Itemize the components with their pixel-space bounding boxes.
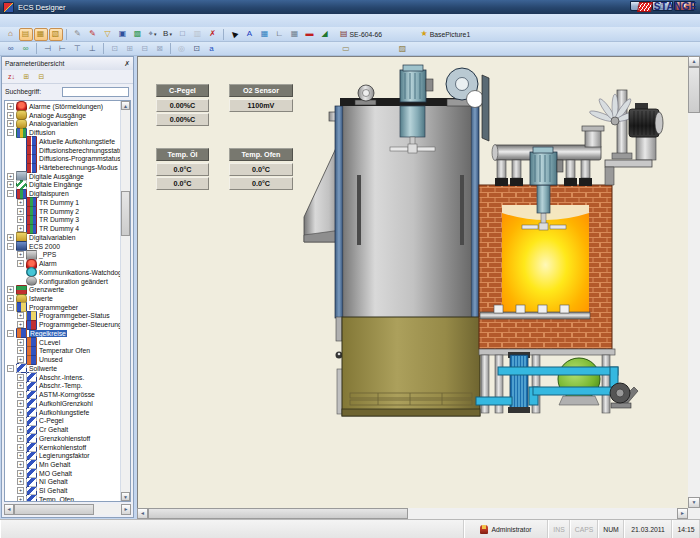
tree-item[interactable]: + Legierungsfaktor [5, 451, 130, 460]
image-icon[interactable]: ▩ ▾ [131, 28, 145, 41]
grid-icon[interactable]: ▦ ▾ [288, 28, 302, 41]
tree-item[interactable]: + Kernkohlenstoff [5, 443, 130, 452]
tree-item[interactable]: + MO Gehalt [5, 469, 130, 478]
tree-item[interactable]: + Aktuelle Aufkohlungstiefe [5, 137, 130, 146]
tree-item[interactable]: + Kommunikations-Watchdog (E [5, 268, 130, 277]
properties-icon[interactable]: □ ▾ [176, 28, 190, 41]
tree-expander-icon[interactable]: + [17, 208, 24, 215]
tree-item[interactable]: + TR Dummy 3 [5, 216, 130, 225]
tree-item[interactable]: − Programmgeber [5, 303, 130, 312]
tree-expander-icon[interactable]: + [17, 452, 24, 459]
tree-item[interactable]: − Digitalspuren [5, 189, 130, 198]
tree-expander-icon[interactable]: + [17, 216, 24, 223]
panel-header[interactable]: Parameterübersicht ✗ [2, 57, 133, 70]
tree-item[interactable]: + _PPS [5, 250, 130, 259]
sort-icon[interactable]: z↓ ▾ [5, 71, 19, 82]
scroll-thumb[interactable] [14, 504, 94, 515]
tree-item[interactable]: + Mn Gehalt [5, 460, 130, 469]
tree-expander-icon[interactable]: + [17, 470, 24, 477]
tree-expander-icon[interactable]: + [17, 339, 24, 346]
tree-expander-icon[interactable]: + [17, 496, 24, 502]
tree-item[interactable]: − Diffusion [5, 128, 130, 137]
tree-expander-icon[interactable]: + [17, 260, 24, 267]
tree-item[interactable]: + CLevel [5, 338, 130, 347]
text-tool-icon[interactable]: A ▾ [243, 28, 257, 41]
trend-picture-select[interactable]: ▤ ▾ SE-604-66 [338, 28, 384, 41]
canvas-horizontal-scrollbar[interactable]: ◄ ► [137, 508, 688, 519]
fill-color-icon[interactable]: ▽ ▾ [101, 28, 115, 41]
tree-item[interactable]: + ASTM-Korngrösse [5, 390, 130, 399]
save-icon[interactable]: ▣ ▾ [116, 28, 130, 41]
tree-item[interactable]: + Analogvariablen [5, 119, 130, 128]
search-input[interactable] [62, 87, 129, 97]
tree-expander-icon[interactable]: + [17, 374, 24, 381]
delete-icon[interactable]: ✗ ▾ [206, 28, 220, 41]
tree-expander-icon[interactable]: + [17, 444, 24, 451]
paste-icon[interactable]: ▥ ▾ [191, 28, 205, 41]
tree-item[interactable]: + Abschr.-Intens. [5, 373, 130, 382]
tree-item[interactable]: − Regelkreise [5, 329, 130, 338]
scroll-right-icon[interactable]: ► [121, 504, 131, 515]
tree-item[interactable]: − Sollwerte [5, 364, 130, 373]
scroll-up-icon[interactable]: ▲ [688, 56, 700, 67]
tree-expander-icon[interactable]: + [7, 295, 14, 302]
tree-expander-icon[interactable]: + [17, 391, 24, 398]
panel-close-icon[interactable]: ✗ [124, 60, 130, 67]
tree-expander-icon[interactable]: + [17, 347, 24, 354]
snap-grid-icon[interactable]: ⊠ ▾ [153, 42, 167, 55]
align-left-icon[interactable]: ⊣ ▾ [41, 42, 55, 55]
tree-expander-icon[interactable]: + [17, 251, 24, 258]
tree-expander-icon[interactable]: + [17, 426, 24, 433]
import-picture-icon[interactable]: ▨ ▾ [396, 42, 410, 55]
scroll-thumb[interactable] [688, 67, 700, 113]
tree-item[interactable]: + SI Gehalt [5, 486, 130, 495]
tree-expander-icon[interactable]: + [17, 225, 24, 232]
draw-icon[interactable]: ✎ ▾ [86, 28, 100, 41]
tree-item[interactable]: + TR Dummy 2 [5, 207, 130, 216]
tree-item[interactable]: + Diffusions-Programmstatus [5, 154, 130, 163]
new-frame-icon[interactable]: ▭ ▾ [339, 42, 353, 55]
picture-tree-icon[interactable]: ▦ ▾ [34, 28, 48, 41]
tree-expander-icon[interactable]: − [7, 365, 14, 372]
center-horizontal-icon[interactable]: ⊞ ▾ [123, 42, 137, 55]
base-picture-select[interactable]: ★ ▾ BasePicture1 [419, 28, 473, 41]
tree-expander-icon[interactable]: + [17, 478, 24, 485]
tree-item[interactable]: + TR Dummy 1 [5, 198, 130, 207]
ungroup-icon[interactable]: ∞ ▾ [19, 42, 33, 55]
rotate-icon[interactable]: ◎ ▾ [175, 42, 189, 55]
scroll-up-icon[interactable]: ▲ [121, 101, 130, 110]
center-vertical-icon[interactable]: ⊟ ▾ [138, 42, 152, 55]
tree-item[interactable]: + Grenzkohlenstoff [5, 434, 130, 443]
tree-expander-icon[interactable]: + [17, 487, 24, 494]
scroll-right-icon[interactable]: ► [677, 508, 688, 519]
tree-item[interactable]: + AufkohlGrenzkohl [5, 399, 130, 408]
scroll-thumb[interactable] [121, 191, 130, 236]
picture-canvas[interactable]: C-Pegel 0.00%C 0.00%C O2 Sensor 1100mV T… [137, 56, 688, 508]
tree-expander-icon[interactable]: − [7, 190, 14, 197]
pointer-icon[interactable]: ▶ ▾ [228, 28, 242, 41]
picture-overview-icon[interactable]: ▤ ▾ [19, 28, 33, 41]
tree-expander-icon[interactable]: − [7, 304, 14, 311]
tree-item[interactable]: + Aufkohlungstiefe [5, 408, 130, 417]
red-line-icon[interactable]: ▬ ▾ [303, 28, 317, 41]
same-size-icon[interactable]: ⊡ ▾ [108, 42, 122, 55]
tree-expander-icon[interactable]: + [17, 409, 24, 416]
scroll-down-icon[interactable]: ▼ [121, 492, 130, 501]
tree-expander-icon[interactable]: + [7, 173, 14, 180]
scroll-left-icon[interactable]: ◄ [137, 508, 148, 519]
plumb-tool-icon[interactable]: ⌖ ▾ [146, 28, 160, 41]
align-right-icon[interactable]: ⊢ ▾ [56, 42, 70, 55]
tree-item[interactable]: − ECS 2000 [5, 242, 130, 251]
tree-item[interactable]: + Grenzwerte [5, 285, 130, 294]
tree-expander-icon[interactable]: + [7, 286, 14, 293]
scroll-down-icon[interactable]: ▼ [688, 497, 700, 508]
tree-item[interactable]: + C-Pegel [5, 416, 130, 425]
title-bar[interactable]: ECS Designer — ▢ ✗ [0, 0, 700, 14]
tree-expander-icon[interactable]: + [7, 103, 14, 110]
tree-vertical-scrollbar[interactable]: ▲ ▼ [120, 101, 130, 501]
align-top-icon[interactable]: ⊤ ▾ [71, 42, 85, 55]
tree-expander-icon[interactable]: + [17, 321, 24, 328]
scroll-thumb[interactable] [148, 508, 408, 519]
tree-expander-icon[interactable]: + [7, 181, 14, 188]
edit-mode-icon[interactable]: ✎ ▾ [71, 28, 85, 41]
